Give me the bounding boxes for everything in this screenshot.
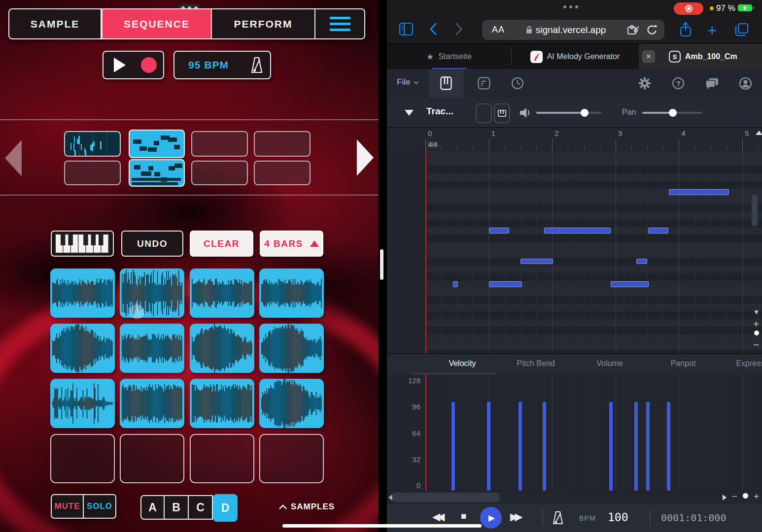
midi-note-c4[interactable] [489,281,522,287]
file-menu[interactable]: File [397,77,419,87]
track-instrument-button[interactable] [494,103,510,123]
horizontal-scrollbar-thumb[interactable] [393,493,499,502]
sample-pad-7[interactable] [190,324,254,373]
bpm-value[interactable]: 100 [608,511,628,524]
reload-icon[interactable] [647,24,658,36]
midi-note-g4[interactable] [648,228,669,233]
metronome-button[interactable] [243,56,270,74]
sample-pad-10[interactable] [120,379,184,428]
play-button[interactable] [104,58,134,72]
midi-note-c4[interactable] [453,281,458,287]
sample-pad-5[interactable] [50,324,115,373]
play-button[interactable]: ▶ [480,507,502,529]
keyboard-mode-button[interactable] [51,231,114,257]
pattern-slot-2[interactable] [129,130,185,158]
tab-sample[interactable]: SAMPLE [8,8,102,39]
screen-recording-pill[interactable] [674,2,703,15]
velocity-bar[interactable] [667,402,670,491]
velocity-bar[interactable] [634,402,638,491]
sample-pad-11[interactable] [190,379,254,428]
browser-tab-ai-melody-generator[interactable]: AI Melody Generator [511,44,639,69]
zoom-in-vertical-button[interactable]: + [753,318,759,330]
sidebar-toggle-button[interactable] [399,22,414,38]
home-indicator[interactable] [282,524,482,528]
sample-pad-9[interactable] [50,379,115,428]
pan-slider[interactable] [642,112,702,114]
velocity-lane[interactable]: 1289664320 [387,374,762,491]
browser-tab-amb-100-cm[interactable]: × S Amb_100_Cm [639,44,762,69]
zoom-reset-dot[interactable] [743,493,748,499]
tab-overview-button[interactable] [734,22,749,39]
pattern-slot-5[interactable] [64,161,121,185]
mute-button[interactable]: MUTE [51,494,84,519]
address-bar[interactable]: AA signal.vercel.app [482,20,664,40]
timeline-ruler[interactable]: 012345 4/4 [387,128,762,150]
track-color-swatch[interactable] [743,103,756,123]
back-button[interactable] [429,23,437,37]
metronome-toggle[interactable] [553,511,563,525]
lane-tab-expression[interactable]: Expression [736,359,762,368]
sample-pad-14[interactable] [120,434,184,483]
sample-pad-3[interactable] [190,268,254,318]
fast-forward-button[interactable]: ▶▶ [510,511,519,523]
midi-note-eb4[interactable] [636,259,648,265]
sample-pad-8[interactable] [259,324,324,373]
scroll-left-arrow[interactable] [388,495,392,500]
bank-a-button[interactable]: A [140,495,165,520]
midi-note-c5[interactable] [669,189,729,195]
zoom-reset-button[interactable] [754,331,759,335]
splitview-resize-handle[interactable] [380,249,383,280]
pattern-slot-8[interactable] [254,161,311,185]
pan-knob[interactable] [669,109,677,117]
sample-pad-15[interactable] [190,434,254,483]
sample-pad-4[interactable] [259,268,324,318]
pattern-slot-4[interactable] [254,131,311,157]
window-handle-dots[interactable] [563,5,578,8]
pattern-slot-1[interactable] [64,131,121,157]
zoom-in-button[interactable]: + [754,491,759,502]
undo-button[interactable]: UNDO [121,231,183,257]
track-collapse-arrow[interactable] [405,110,414,116]
new-tab-button[interactable]: + [707,21,717,40]
scroll-down-arrow[interactable]: ▼ [753,308,760,316]
sample-pad-6[interactable] [120,324,184,373]
feedback-button[interactable] [701,69,722,98]
pattern-slot-3[interactable] [191,131,248,157]
tab-perform[interactable]: PERFORM [212,8,315,39]
velocity-bar[interactable] [451,402,455,491]
sample-pad-16[interactable] [259,434,324,483]
volume-slider[interactable] [536,112,601,114]
samples-toggle[interactable]: SAMPLES [279,502,335,512]
rewind-button[interactable]: ◀◀ [432,511,441,523]
arrange-view-button[interactable] [472,69,496,98]
solo-button[interactable]: SOLO [84,494,116,519]
volume-knob[interactable] [581,109,589,117]
piano-roll-view-button[interactable] [428,69,464,98]
sample-pad-13[interactable] [50,434,115,483]
lane-tab-panpot[interactable]: Panpot [671,359,696,368]
browser-tab-startseite[interactable]: ★ Startseite [387,44,511,69]
record-button[interactable] [135,57,163,73]
lane-tab-velocity[interactable]: Velocity [449,359,476,368]
help-button[interactable]: ? [668,69,689,98]
velocity-bar[interactable] [519,402,522,491]
lane-tab-pitch-bend[interactable]: Pitch Bend [517,359,554,368]
stop-button[interactable]: ■ [461,511,466,522]
forward-button[interactable] [455,23,463,37]
bank-c-button[interactable]: C [189,495,213,520]
piano-roll-grid[interactable] [387,150,762,353]
close-tab-button[interactable]: × [642,50,655,63]
extension-icon[interactable] [627,25,640,35]
midi-note-g4[interactable] [544,228,611,233]
scroll-right-arrow[interactable] [723,495,727,500]
bars-selector-button[interactable]: 4 BARS [260,231,323,257]
velocity-bar[interactable] [487,402,490,491]
bank-d-button[interactable]: D [213,494,238,522]
menu-button[interactable] [315,8,365,39]
pattern-next-arrow[interactable] [357,139,374,176]
settings-button[interactable] [634,69,655,98]
sample-pad-12[interactable] [259,379,324,428]
pattern-slot-6[interactable] [129,159,185,187]
bank-b-button[interactable]: B [165,495,189,520]
velocity-bar[interactable] [543,402,546,491]
